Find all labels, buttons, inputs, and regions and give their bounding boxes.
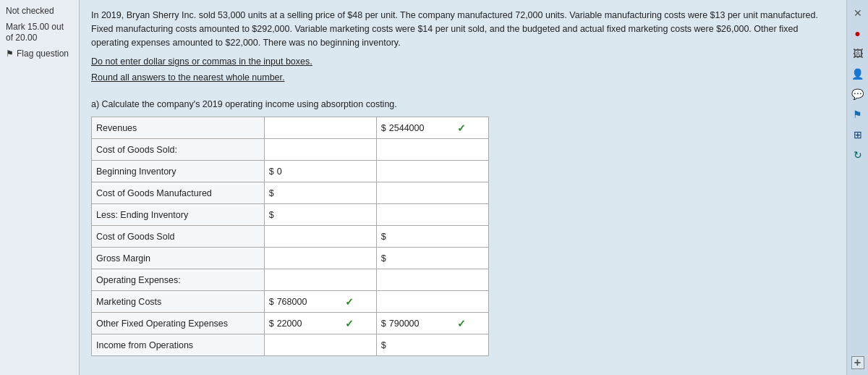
plus-icon[interactable]: + [851,356,864,369]
left-sidebar: Not checked Mark 15.00 out of 20.00 ⚑ Fl… [0,0,80,375]
row-total-beginning-inventory [376,161,488,182]
cogs-total-input[interactable] [389,232,454,242]
row-total-cogs-header [376,139,488,161]
revenues-total-input[interactable] [389,123,454,133]
row-label-income-ops: Income from Operations [92,334,265,356]
table-row: Less: Ending Inventory $ [92,204,489,226]
marketing-costs-check: ✓ [345,296,354,308]
red-icon[interactable]: ● [851,26,865,41]
instruction-1: Do not enter dollar signs or commas in t… [91,56,835,67]
row-input-marketing-costs: $ ✓ [264,291,376,313]
row-label-cogs: Cost of Goods Sold [92,226,265,248]
flag-label: Flag question [17,49,69,60]
person-icon[interactable]: 👤 [851,67,865,81]
table-row: Marketing Costs $ ✓ [92,291,489,313]
row-input-income-ops [264,334,376,356]
close-icon[interactable]: ✕ [851,6,865,20]
grid-icon[interactable]: ⊞ [851,127,865,142]
mark-text: Mark 15.00 out of 20.00 [6,22,64,43]
image-icon[interactable]: 🖼 [851,46,865,61]
table-row: Cost of Goods Sold $ [92,226,489,248]
row-total-cogm [376,182,488,204]
other-opex-total-check: ✓ [457,318,466,329]
status-label: Not checked [6,6,73,17]
row-label-opex-header: Operating Expenses: [92,269,265,291]
row-label-cogm: Cost of Goods Manufactured [92,182,265,204]
problem-text: In 2019, Bryan Sherry Inc. sold 53,000 u… [91,9,835,49]
beginning-inventory-input[interactable] [277,167,342,177]
row-input-ending-inventory: $ [264,204,376,226]
table-row: Gross Margin $ [92,248,489,269]
row-label-cogs-header: Cost of Goods Sold: [92,139,265,161]
table-row: Cost of Goods Sold: [92,139,489,161]
row-label-revenues: Revenues [92,117,265,139]
income-ops-input[interactable] [389,340,454,350]
row-total-cogs: $ [376,226,488,248]
mark-label: Mark 15.00 out of 20.00 [6,22,73,44]
table-row: Income from Operations $ [92,334,489,356]
row-total-revenues: $ ✓ [376,117,488,139]
other-opex-check: ✓ [345,318,354,329]
row-label-marketing-costs: Marketing Costs [92,291,265,313]
table-row: Other Fixed Operating Expenses $ ✓ $ ✓ [92,313,489,334]
row-input-cogs [264,226,376,248]
table-row: Beginning Inventory $ [92,161,489,182]
chat-icon[interactable]: 💬 [851,87,865,101]
table-row: Revenues $ ✓ [92,117,489,139]
refresh-icon[interactable]: ↻ [851,148,865,162]
row-total-gross-margin: $ [376,248,488,269]
instruction-2: Round all answers to the nearest whole n… [91,72,835,83]
row-input-cogm: $ [264,182,376,204]
row-input-cogs-header [264,139,376,161]
row-input-beginning-inventory: $ [264,161,376,182]
row-input-revenues [264,117,376,139]
not-checked-text: Not checked [6,6,54,16]
cogm-input[interactable] [277,188,342,198]
ending-inventory-input[interactable] [277,210,342,220]
row-total-marketing-costs [376,291,488,313]
row-input-other-opex: $ ✓ [264,313,376,334]
flag-icon: ⚑ [6,49,14,60]
row-label-other-opex: Other Fixed Operating Expenses [92,313,265,334]
row-label-beginning-inventory: Beginning Inventory [92,161,265,182]
row-label-gross-margin: Gross Margin [92,248,265,269]
question-label: a) Calculate the company's 2019 operatin… [91,99,835,109]
row-input-opex-header [264,269,376,291]
other-opex-input[interactable] [277,319,342,329]
row-input-gross-margin [264,248,376,269]
row-label-ending-inventory: Less: Ending Inventory [92,204,265,226]
table-row: Operating Expenses: [92,269,489,291]
flag-sidebar-icon[interactable]: ⚑ [851,107,865,122]
row-total-ending-inventory [376,204,488,226]
table-row: Cost of Goods Manufactured $ [92,182,489,204]
row-total-other-opex: $ ✓ [376,313,488,334]
row-total-income-ops: $ [376,334,488,356]
right-sidebar: ✕ ● 🖼 👤 💬 ⚑ ⊞ ↻ + [846,0,868,375]
flag-question[interactable]: ⚑ Flag question [6,49,73,60]
main-content: In 2019, Bryan Sherry Inc. sold 53,000 u… [80,0,846,375]
other-opex-total-input[interactable] [389,319,454,329]
row-total-opex-header [376,269,488,291]
revenues-check: ✓ [457,122,466,134]
gross-margin-input[interactable] [389,253,454,264]
marketing-costs-input[interactable] [277,297,342,307]
absorption-costing-table: Revenues $ ✓ Cost of Goods Sold: Begin [91,117,489,356]
